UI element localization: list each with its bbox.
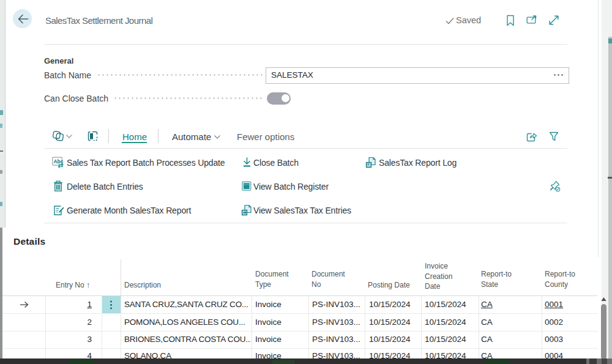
svg-text:*: * [367,163,369,167]
